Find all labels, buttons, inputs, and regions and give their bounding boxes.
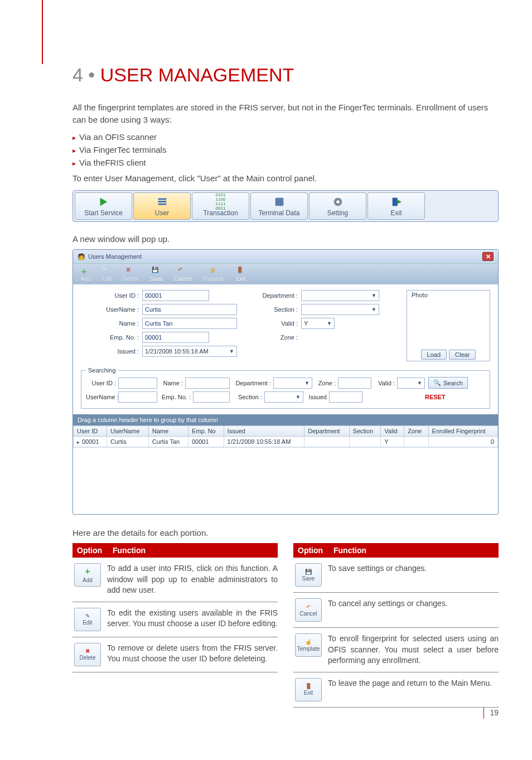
search-empno[interactable] <box>193 391 230 403</box>
group-by-bar[interactable]: Drag a column header here to group by th… <box>73 414 498 425</box>
search-issued[interactable] <box>329 391 362 403</box>
undo-icon: ↶ <box>178 267 187 275</box>
col-header[interactable]: Emp. No <box>188 426 224 437</box>
svg-marker-0 <box>100 198 107 206</box>
undo-icon: ↶ <box>306 604 311 610</box>
name-field[interactable] <box>142 318 237 329</box>
chevron-down-icon: ▼ <box>304 380 309 386</box>
option-desc: To remove or delete users from the FRIS … <box>107 643 278 666</box>
name-label: Name : <box>81 320 142 327</box>
option-desc: To edit the existing users available in … <box>107 608 278 631</box>
close-icon[interactable]: ✕ <box>482 252 494 261</box>
dept-label: Department : <box>254 292 301 299</box>
options-table-right: OptionFunction 💾Save To save settings or… <box>293 543 499 708</box>
enrollment-list: Via an OFIS scanner Via FingerTec termin… <box>72 130 499 170</box>
list-item: Via theFRIS client <box>79 158 146 167</box>
svg-point-6 <box>336 200 340 204</box>
col-header[interactable]: Issued <box>224 426 304 437</box>
opt-header: Option <box>293 543 329 558</box>
option-desc: To enroll fingerprint for selected users… <box>328 633 499 666</box>
options-table-left: OptionFunction +Add To add a user into F… <box>72 543 278 708</box>
section-label: Section : <box>254 306 301 313</box>
binary-icon: 0101110011110011 <box>215 196 227 208</box>
intro-text: All the fingerprint templates are stored… <box>72 101 499 126</box>
userid-label: User ID : <box>81 292 142 299</box>
save-button[interactable]: 💾Save <box>144 265 168 283</box>
transaction-button[interactable]: 0101110011110011 Transaction <box>192 192 249 220</box>
cancel-button[interactable]: ↶Cancel <box>168 265 197 283</box>
option-desc: To leave the page and return to the Main… <box>328 678 499 701</box>
chevron-down-icon: ▼ <box>327 321 332 326</box>
clear-button[interactable]: Clear <box>449 350 476 360</box>
pencil-icon: ✎ <box>85 613 90 619</box>
userid-field[interactable] <box>142 290 209 301</box>
opt-header: Option <box>72 543 108 558</box>
disk-icon: 💾 <box>305 569 312 575</box>
search-userid[interactable] <box>118 377 157 389</box>
search-username[interactable] <box>118 391 157 403</box>
template-button[interactable]: ☝Template <box>197 265 231 283</box>
delete-button[interactable]: ✖Delete <box>117 265 144 283</box>
issued-dropdown[interactable]: 1/21/2008 10:55:18 AM▼ <box>142 346 237 357</box>
terminal-icon <box>273 196 286 208</box>
col-header[interactable]: Valid <box>381 426 404 437</box>
page-title: 4 • USER MANAGEMENT <box>72 64 499 86</box>
svg-rect-1 <box>158 199 166 200</box>
exit-button[interactable]: Exit <box>367 192 425 220</box>
instruction-text: To enter User Management, click "User" a… <box>72 172 499 185</box>
col-header[interactable]: Zone <box>404 426 428 437</box>
search-name[interactable] <box>185 377 230 389</box>
terminal-data-button[interactable]: Terminal Data <box>250 192 308 220</box>
add-button[interactable]: +Add <box>75 265 96 283</box>
col-header[interactable]: User ID <box>74 426 107 437</box>
user-button[interactable]: User <box>133 192 191 220</box>
search-zone[interactable] <box>338 377 371 389</box>
opt-header: Function <box>329 543 371 558</box>
start-service-button[interactable]: Start Service <box>75 192 132 220</box>
page-number: 19 <box>483 708 499 719</box>
search-dept-dropdown[interactable]: ▼ <box>273 377 312 389</box>
search-valid-dropdown[interactable]: ▼ <box>397 377 425 389</box>
svg-rect-7 <box>392 198 397 206</box>
add-option-icon: +Add <box>74 563 101 587</box>
opt-header: Function <box>108 543 150 558</box>
empno-field[interactable] <box>142 332 209 343</box>
save-option-icon: 💾Save <box>295 563 322 587</box>
section-dropdown[interactable]: ▼ <box>301 304 379 315</box>
fingerprint-icon: ☝ <box>209 267 218 275</box>
win-exit-button[interactable]: 🚪Exit <box>230 265 251 283</box>
username-field[interactable] <box>142 304 237 315</box>
table-row[interactable]: 00001 Curtis Curtis Tan 00001 1/21/2008 … <box>74 437 498 447</box>
users-grid: User ID UserName Name Emp. No Issued Dep… <box>73 425 498 447</box>
issued-label: Issued : <box>81 348 142 355</box>
svg-rect-3 <box>158 204 166 205</box>
option-desc: To cancel any settings or changes. <box>328 598 499 622</box>
photo-legend: Photo <box>410 292 429 298</box>
valid-label: Valid : <box>254 320 301 327</box>
svg-rect-4 <box>275 198 283 206</box>
setting-button[interactable]: Setting <box>309 192 366 220</box>
col-header[interactable]: Enrolled Fingerprint <box>428 426 497 437</box>
col-header[interactable]: UserName <box>107 426 149 437</box>
col-header[interactable]: Department <box>304 426 349 437</box>
edit-button[interactable]: ✎Edit <box>96 265 117 283</box>
search-button[interactable]: 🔍Search <box>428 377 468 389</box>
valid-dropdown[interactable]: Y▼ <box>301 318 335 329</box>
option-desc: To save settings or changes. <box>328 563 499 587</box>
reset-link[interactable]: RESET <box>425 394 446 400</box>
door-icon: 🚪 <box>305 683 312 689</box>
template-option-icon: ☝Template <box>295 633 322 657</box>
photo-box: Photo Load Clear <box>407 290 490 361</box>
window-title: Users Management <box>88 253 142 260</box>
chevron-down-icon: ▼ <box>417 380 422 386</box>
col-header[interactable]: Name <box>148 426 188 437</box>
list-item: Via FingerTec terminals <box>79 145 166 154</box>
searching-legend: Searching <box>86 367 118 374</box>
dept-dropdown[interactable]: ▼ <box>301 290 379 301</box>
plus-icon: + <box>85 567 90 577</box>
col-header[interactable]: Section <box>349 426 381 437</box>
chevron-down-icon: ▼ <box>371 307 376 312</box>
load-button[interactable]: Load <box>421 350 447 360</box>
search-section-dropdown[interactable]: ▼ <box>264 391 303 403</box>
chevron-down-icon: ▼ <box>296 394 301 400</box>
